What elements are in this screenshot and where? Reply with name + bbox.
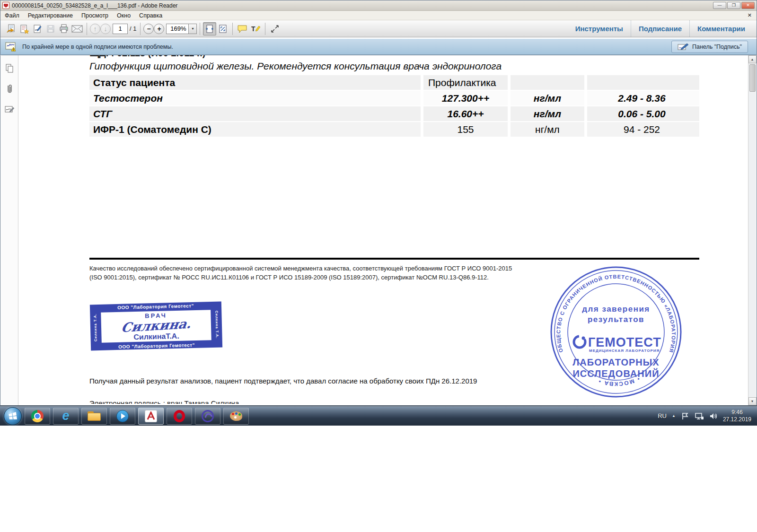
reference-range: 94 - 252 — [584, 122, 696, 137]
table-row: Статус пациента Профилактика — [89, 75, 699, 90]
pdf-page: ЩДГ: 02.113 (И00 2.011 г.) Гипофункция щ… — [18, 55, 748, 405]
open-icon — [6, 24, 16, 34]
paint-palette-icon — [230, 411, 242, 421]
system-tray: RU ▲ 9:46 27.12.2019 — [658, 409, 757, 423]
stamp-org-bottom: ООО "Лаборатория Гемотест" — [91, 342, 222, 350]
next-page-button[interactable]: ↓ — [100, 24, 111, 34]
page-thumbnails-icon — [5, 63, 14, 73]
torrent-icon — [202, 410, 214, 422]
open-button[interactable] — [4, 22, 18, 35]
page-thumbnails-button[interactable] — [3, 62, 16, 74]
stamp-brand: ГЕМОТЕСТ — [588, 335, 661, 349]
lab-round-stamp: ОБЩЕСТВО С ОГРАНИЧЕННОЙ ОТВЕТСТВЕННОСТЬЮ… — [548, 263, 684, 401]
print-icon — [59, 24, 69, 34]
menu-view[interactable]: Просмотр — [77, 11, 113, 20]
document-area: ЩДГ: 02.113 (И00 2.011 г.) Гипофункция щ… — [1, 55, 756, 405]
scrollbar-thumb[interactable] — [749, 64, 756, 92]
zoom-out-button[interactable]: − — [143, 24, 154, 34]
highlight-button[interactable]: T — [249, 22, 262, 35]
print-button[interactable] — [57, 22, 70, 35]
fit-width-button[interactable] — [203, 22, 216, 35]
table-row: ИФР-1 (Соматомедин С) 155 нг/мл 94 - 252 — [89, 122, 699, 137]
attachments-button[interactable] — [3, 83, 16, 95]
clock[interactable]: 9:46 27.12.2019 — [723, 409, 751, 423]
result-unit — [508, 75, 584, 90]
close-button[interactable]: ✕ — [741, 2, 755, 9]
taskbar-internet-explorer-button[interactable]: e — [53, 408, 79, 425]
maximize-button[interactable]: ❐ — [727, 2, 740, 9]
sign-document-button[interactable] — [31, 22, 44, 35]
action-center-flag-icon[interactable] — [681, 412, 689, 420]
menu-help[interactable]: Справка — [135, 11, 167, 20]
paperclip-icon — [5, 84, 14, 94]
fit-page-button[interactable] — [216, 22, 229, 35]
taskbar-explorer-button[interactable] — [81, 408, 107, 425]
table-row: Тестостерон 127.300++ нг/мл 2.49 - 8.36 — [89, 91, 699, 105]
menu-file[interactable]: Файл — [0, 11, 24, 20]
menu-edit[interactable]: Редактирование — [24, 11, 77, 20]
taskbar-adobe-reader-button[interactable] — [138, 408, 164, 425]
table-row: СТГ 16.60++ нг/мл 0.06 - 5.00 — [89, 106, 699, 121]
titlebar: 0000008154_00250_53482528_e_a_l___136.pd… — [0, 0, 757, 11]
hidden-icons-chevron[interactable]: ▲ — [672, 414, 676, 418]
create-pdf-icon — [19, 24, 29, 34]
taskbar-chrome-button[interactable] — [25, 408, 50, 425]
document-close-icon[interactable]: ✕ — [743, 12, 757, 18]
comment-icon — [237, 24, 247, 34]
email-button[interactable] — [70, 22, 84, 35]
result-unit: нг/мл — [508, 122, 584, 137]
taskbar-opera-button[interactable] — [167, 408, 192, 425]
fit-page-icon — [218, 24, 228, 34]
vertical-scrollbar[interactable]: ▲ ▼ — [748, 55, 756, 405]
adobe-reader-icon — [145, 410, 157, 422]
doctor-stamp: ООО "Лаборатория Гемотест" ООО "Лаборато… — [90, 302, 222, 351]
opera-icon — [174, 410, 185, 422]
stamp-subject-line1: ЛАБОРАТОРНЫХ — [572, 357, 659, 367]
pdf-file-icon — [2, 2, 9, 9]
stamp-side-right: Силкина Т.А. — [214, 308, 220, 341]
svg-text:T: T — [251, 25, 255, 33]
analyte-name: Тестостерон — [89, 91, 421, 105]
signing-panel-link[interactable]: Подписание — [631, 20, 689, 37]
start-button[interactable] — [4, 407, 22, 425]
network-icon[interactable] — [695, 412, 704, 420]
scroll-up-button[interactable]: ▲ — [748, 55, 757, 63]
signatures-panel-icon — [4, 105, 15, 114]
doctor-advice-line: Гипофункция щитовидной железы. Рекоменду… — [89, 61, 502, 72]
create-pdf-button[interactable] — [18, 22, 31, 35]
taskbar-torrent-button[interactable] — [195, 408, 220, 425]
volume-icon[interactable] — [709, 412, 718, 420]
doctor-signature: Силкина. — [120, 317, 192, 334]
page-count-label: / 1 — [130, 25, 136, 32]
previous-page-button[interactable]: ↑ — [90, 24, 100, 34]
analyte-name: СТГ — [89, 106, 421, 121]
stamp-purpose-line1: для заверения — [582, 305, 650, 314]
taskbar-paint-button[interactable] — [223, 408, 249, 425]
menu-window[interactable]: Окно — [113, 11, 135, 20]
comment-button[interactable] — [236, 22, 249, 35]
language-indicator[interactable]: RU — [658, 412, 667, 419]
consent-text: Получая данный результат анализов, пацие… — [89, 377, 477, 385]
fit-width-icon — [205, 24, 214, 34]
signature-panel-button[interactable]: Панель "Подпись" — [671, 41, 748, 53]
result-unit: нг/мл — [508, 106, 584, 121]
media-player-icon — [116, 410, 129, 422]
scroll-down-button[interactable]: ▼ — [748, 397, 757, 405]
fullscreen-button[interactable] — [268, 22, 282, 35]
minimize-button[interactable]: — — [713, 2, 726, 9]
tools-panel-link[interactable]: Инструменты — [568, 20, 631, 37]
signatures-panel-button[interactable] — [3, 104, 16, 116]
reference-range — [584, 75, 696, 90]
reference-range: 2.49 - 8.36 — [584, 91, 696, 105]
email-icon — [71, 25, 83, 33]
page-number-input[interactable] — [113, 24, 128, 34]
zoom-level-value[interactable]: 169% — [166, 24, 189, 34]
highlight-icon: T — [250, 24, 261, 34]
taskbar-media-player-button[interactable] — [110, 408, 135, 425]
zoom-dropdown-caret-icon[interactable]: ▼ — [189, 24, 197, 34]
comments-panel-link[interactable]: Комментарии — [689, 20, 753, 37]
save-button[interactable] — [44, 22, 57, 35]
signature-problem-message: По крайней мере в одной подписи имеются … — [22, 44, 173, 50]
zoom-in-button[interactable]: + — [154, 24, 164, 34]
result-unit: нг/мл — [508, 91, 584, 105]
